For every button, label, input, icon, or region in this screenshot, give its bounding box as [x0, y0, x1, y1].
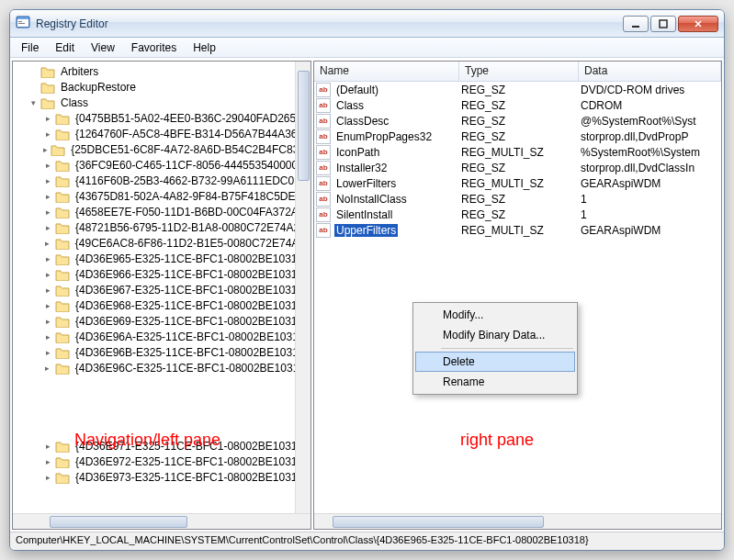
tree-node[interactable]: ▸{4D36E966-E325-11CE-BFC1-08002BE10318} [13, 266, 311, 282]
tree-vertical-scrollbar[interactable] [295, 62, 311, 513]
column-headers[interactable]: Name Type Data [314, 62, 721, 82]
folder-icon [55, 252, 70, 265]
expand-icon[interactable]: ▸ [42, 253, 53, 264]
values-horizontal-scrollbar[interactable] [314, 513, 721, 529]
tree-node[interactable]: ▸{25DBCE51-6C8F-4A72-8A6D-B54C2B4FC835} [13, 141, 311, 157]
tree-node[interactable]: ▸{4D36E967-E325-11CE-BFC1-08002BE10318} [13, 282, 311, 297]
tree-node[interactable]: ▸{4D36E968-E325-11CE-BFC1-08002BE10318} [13, 297, 311, 313]
menu-rename[interactable]: Rename [415, 372, 575, 392]
expand-icon[interactable]: ▸ [42, 207, 53, 218]
tree-node[interactable]: ▸{4D36E972-E325-11CE-BFC1-08002BE10318} [13, 454, 311, 469]
menu-file[interactable]: File [14, 39, 46, 56]
svg-rect-5 [660, 20, 667, 28]
folder-icon [55, 284, 70, 297]
expand-icon[interactable]: ▸ [42, 129, 53, 140]
close-button[interactable] [678, 16, 718, 32]
tree-node[interactable]: ▾Class [13, 95, 311, 110]
expand-icon[interactable] [28, 82, 39, 93]
tree-node[interactable]: ▸{36FC9E60-C465-11CF-8056-444553540000} [13, 157, 311, 173]
navigation-pane[interactable]: ArbitersBackupRestore▾Class▸{0475BB51-5A… [12, 61, 311, 530]
expand-icon[interactable]: ▸ [42, 456, 53, 467]
value-row[interactable]: abUpperFiltersREG_MULTI_SZGEARAspiWDM [314, 222, 721, 238]
value-row[interactable]: abNoInstallClassREG_SZ1 [314, 191, 721, 207]
value-data: 1 [579, 193, 721, 206]
tree-label: {4D36E973-E325-11CE-BFC1-08002BE10318} [73, 471, 309, 484]
expand-icon[interactable]: ▸ [42, 144, 49, 155]
column-type[interactable]: Type [459, 62, 579, 81]
tree-label: {1264760F-A5C8-4BFE-B314-D56A7B44A362} [73, 128, 309, 140]
window-title: Registry Editor [36, 17, 623, 30]
tree-node[interactable]: ▸{49CE6AC8-6F86-11D2-B1E5-0080C72E74A2} [13, 235, 311, 251]
expand-icon[interactable] [28, 66, 39, 77]
value-row[interactable]: abIconPathREG_MULTI_SZ%SystemRoot%\Syste… [314, 144, 721, 160]
tree-node[interactable]: ▸{4D36E969-E325-11CE-BFC1-08002BE10318} [13, 313, 311, 329]
expand-icon[interactable]: ▸ [42, 331, 53, 342]
folder-icon [55, 362, 70, 375]
expand-icon[interactable]: ▸ [42, 300, 53, 311]
tree-node[interactable]: ▸{4658EE7E-F050-11D1-B6BD-00C04FA372A7} [13, 204, 311, 219]
value-row[interactable]: abInstaller32REG_SZstorprop.dll,DvdClass… [314, 160, 721, 175]
tree-node[interactable]: ▸{4D36E971-E325-11CE-BFC1-08002BE10318} [13, 438, 311, 454]
tree-horizontal-scrollbar[interactable] [13, 513, 311, 529]
value-row[interactable]: abEnumPropPages32REG_SZstorprop.dll,DvdP… [314, 129, 721, 144]
value-row[interactable]: abClassDescREG_SZ@%SystemRoot%\Syst [314, 113, 721, 129]
expand-icon[interactable]: ▾ [28, 97, 39, 108]
client-area: ArbitersBackupRestore▾Class▸{0475BB51-5A… [10, 58, 724, 532]
menu-modify[interactable]: Modify... [415, 305, 575, 325]
menu-view[interactable]: View [84, 39, 122, 56]
expand-icon[interactable]: ▸ [42, 347, 53, 358]
value-row[interactable]: abSilentInstallREG_SZ1 [314, 207, 721, 222]
value-type: REG_SZ [459, 84, 579, 96]
values-pane[interactable]: Name Type Data ab(Default)REG_SZDVD/CD-R… [313, 61, 722, 530]
value-row[interactable]: ab(Default)REG_SZDVD/CD-ROM drives [314, 82, 721, 97]
maximize-button[interactable] [650, 16, 676, 32]
registry-tree[interactable]: ArbitersBackupRestore▾Class▸{0475BB51-5A… [13, 62, 311, 513]
menu-delete[interactable]: Delete [415, 352, 575, 372]
value-row[interactable]: abLowerFiltersREG_MULTI_SZGEARAspiWDM [314, 175, 721, 191]
tree-node[interactable]: ▸{4D36E96B-E325-11CE-BFC1-08002BE10318} [13, 344, 311, 360]
folder-icon [51, 143, 65, 156]
tree-node[interactable]: ▸{0475BB51-5A02-4EE0-B36C-29040FAD2650} [13, 110, 311, 126]
tree-label: {43675D81-502A-4A82-9F84-B75F418C5DEE} [73, 190, 309, 203]
expand-icon[interactable]: ▸ [42, 191, 53, 202]
tree-node[interactable]: ▸{1264760F-A5C8-4BFE-B314-D56A7B44A362} [13, 126, 311, 141]
tree-node[interactable]: ▸{4D36E973-E325-11CE-BFC1-08002BE10318} [13, 469, 311, 485]
expand-icon[interactable]: ▸ [42, 472, 53, 483]
tree-label: {4D36E965-E325-11CE-BFC1-08002BE10318} [73, 252, 309, 265]
tree-node[interactable]: ▸{4D36E96C-E325-11CE-BFC1-08002BE10318} [13, 360, 311, 375]
folder-icon [55, 299, 70, 312]
expand-icon[interactable]: ▸ [42, 269, 53, 280]
string-value-icon: ab [316, 129, 331, 144]
tree-node[interactable]: ▸{48721B56-6795-11D2-B1A8-0080C72E74A2} [13, 219, 311, 235]
folder-icon [55, 128, 70, 140]
tree-node[interactable]: ▸{4D36E965-E325-11CE-BFC1-08002BE10318} [13, 251, 311, 266]
tree-node[interactable]: ▸{4D36E96A-E325-11CE-BFC1-08002BE10318} [13, 329, 311, 344]
string-value-icon: ab [316, 83, 331, 97]
tree-label: {4116F60B-25B3-4662-B732-99A6111EDC0B} [73, 174, 307, 187]
tree-node[interactable]: Arbiters [13, 63, 311, 79]
values-list[interactable]: ab(Default)REG_SZDVD/CD-ROM drivesabClas… [314, 82, 721, 513]
expand-icon[interactable]: ▸ [42, 363, 53, 374]
expand-icon[interactable]: ▸ [42, 238, 53, 249]
expand-icon[interactable]: ▸ [42, 285, 53, 296]
menu-help[interactable]: Help [186, 39, 223, 56]
tree-node[interactable]: BackupRestore [13, 79, 311, 95]
column-name[interactable]: Name [314, 62, 459, 81]
expand-icon[interactable]: ▸ [42, 113, 53, 124]
menu-favorites[interactable]: Favorites [124, 39, 184, 56]
menu-modify-binary[interactable]: Modify Binary Data... [415, 325, 575, 345]
value-data: GEARAspiWDM [579, 224, 721, 237]
titlebar[interactable]: Registry Editor [10, 10, 724, 38]
expand-icon[interactable]: ▸ [42, 441, 53, 452]
value-row[interactable]: abClassREG_SZCDROM [314, 97, 721, 113]
expand-icon[interactable]: ▸ [42, 316, 53, 327]
expand-icon[interactable]: ▸ [42, 175, 53, 186]
tree-node[interactable]: ▸{4116F60B-25B3-4662-B732-99A6111EDC0B} [13, 173, 311, 188]
column-data[interactable]: Data [579, 62, 721, 81]
value-name: ClassDesc [334, 115, 390, 128]
minimize-button[interactable] [623, 16, 649, 32]
expand-icon[interactable]: ▸ [42, 160, 53, 171]
tree-node[interactable]: ▸{43675D81-502A-4A82-9F84-B75F418C5DEE} [13, 188, 311, 204]
expand-icon[interactable]: ▸ [42, 222, 53, 233]
menu-edit[interactable]: Edit [48, 39, 82, 56]
